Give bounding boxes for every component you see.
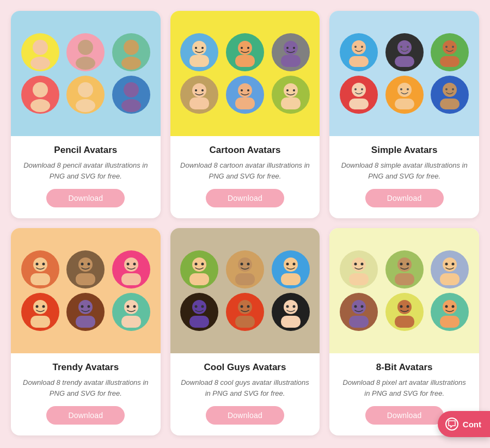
download-button[interactable]: Download — [365, 189, 444, 207]
svg-point-2 — [30, 57, 50, 70]
card-title: Cool Guys Avatars — [204, 362, 286, 373]
svg-point-107 — [133, 305, 136, 308]
svg-rect-150 — [440, 273, 460, 285]
svg-point-92 — [133, 263, 136, 266]
download-button[interactable]: Download — [206, 406, 284, 425]
svg-point-91 — [126, 263, 129, 266]
avatar-cool2 — [224, 250, 266, 289]
card-body-pencil-avatars: Pencil AvatarsDownload 8 pencil avatar i… — [11, 136, 161, 218]
svg-rect-165 — [440, 316, 460, 328]
card-cartoon-avatars: Cartoon AvatarsDownload 8 cartoon avatar… — [170, 11, 320, 218]
avatar-8bit6 — [429, 293, 470, 331]
avatar-grid-8bit-avatars — [338, 250, 470, 331]
svg-point-69 — [397, 83, 412, 97]
svg-point-49 — [352, 40, 366, 54]
card-image-8bit-avatars — [329, 228, 479, 353]
card-description: Download 8 pencil avatar illustrations i… — [21, 160, 151, 181]
avatar-trendy5 — [65, 293, 107, 331]
avatar-simple1 — [338, 33, 379, 71]
svg-point-156 — [354, 305, 357, 308]
avatar-cool6 — [270, 293, 311, 331]
download-button[interactable]: Download — [46, 189, 125, 207]
svg-rect-30 — [281, 55, 301, 67]
avatar-8bit3 — [429, 250, 470, 289]
svg-point-136 — [286, 305, 289, 308]
svg-point-127 — [201, 305, 204, 308]
card-pencil-avatars: Pencil AvatarsDownload 8 pencil avatar i… — [11, 11, 161, 218]
chat-label: Cont — [463, 420, 481, 429]
svg-rect-60 — [440, 56, 460, 67]
svg-point-111 — [195, 263, 198, 266]
svg-point-147 — [406, 263, 409, 266]
svg-point-106 — [126, 305, 129, 308]
svg-point-57 — [407, 46, 409, 48]
card-trendy-avatars: Trendy AvatarsDownload 8 trendy avatar i… — [11, 228, 161, 435]
svg-point-121 — [286, 263, 289, 266]
svg-point-59 — [443, 40, 457, 54]
avatar-simple4 — [338, 76, 379, 114]
avatar-card-grid: Pencil AvatarsDownload 8 pencil avatar i… — [11, 11, 479, 435]
card-title: Cartoon Avatars — [209, 145, 280, 156]
svg-rect-145 — [395, 273, 414, 285]
avatar-simple5 — [384, 76, 425, 114]
download-button[interactable]: Download — [46, 406, 125, 425]
svg-point-97 — [42, 305, 45, 308]
avatar-cartoon5 — [224, 76, 266, 114]
svg-point-152 — [452, 263, 455, 266]
download-button[interactable]: Download — [206, 189, 284, 207]
avatar-simple3 — [429, 33, 470, 71]
avatar-8bit4 — [338, 293, 379, 331]
svg-point-5 — [76, 57, 95, 70]
svg-point-31 — [286, 47, 289, 49]
svg-point-81 — [35, 263, 38, 266]
svg-point-137 — [292, 305, 295, 308]
svg-point-76 — [445, 88, 448, 90]
avatar-trendy6 — [111, 293, 152, 331]
avatar-cool4 — [179, 293, 220, 331]
svg-rect-110 — [189, 273, 209, 285]
svg-point-51 — [354, 46, 357, 48]
svg-point-54 — [397, 40, 412, 54]
svg-point-157 — [361, 305, 364, 308]
svg-rect-125 — [189, 316, 209, 328]
avatar-8bit5 — [384, 293, 425, 331]
svg-rect-85 — [76, 273, 95, 285]
card-description: Download 8 simple avatar illustrations i… — [339, 160, 469, 181]
avatar-grid-pencil-avatars — [20, 33, 152, 114]
svg-rect-95 — [30, 316, 50, 328]
svg-point-46 — [286, 89, 289, 91]
svg-point-8 — [121, 57, 141, 70]
svg-point-52 — [361, 46, 363, 48]
avatar-pencil1 — [20, 33, 61, 71]
svg-point-36 — [195, 89, 197, 91]
svg-point-151 — [445, 263, 448, 266]
card-body-cool-guys-avatars: Cool Guys AvatarsDownload 8 cool guys av… — [170, 353, 320, 435]
svg-rect-45 — [281, 97, 301, 109]
avatar-simple2 — [384, 33, 425, 71]
svg-point-162 — [406, 305, 409, 308]
svg-rect-100 — [76, 316, 95, 328]
avatar-cartoon6 — [270, 76, 311, 114]
svg-rect-105 — [121, 316, 141, 328]
download-button[interactable]: Download — [365, 406, 444, 425]
svg-rect-155 — [349, 316, 369, 328]
svg-point-42 — [247, 89, 249, 91]
card-image-cool-guys-avatars — [170, 228, 320, 353]
card-title: Simple Avatars — [371, 145, 438, 156]
svg-point-14 — [76, 99, 95, 112]
svg-rect-40 — [235, 97, 255, 109]
svg-point-4 — [78, 40, 93, 55]
svg-point-101 — [81, 305, 84, 308]
chat-widget[interactable]: Cont — [438, 411, 490, 437]
svg-point-167 — [452, 305, 455, 308]
svg-point-11 — [30, 99, 50, 112]
card-body-cartoon-avatars: Cartoon AvatarsDownload 8 cartoon avatar… — [170, 136, 320, 218]
svg-point-146 — [400, 263, 402, 266]
avatar-trendy1 — [20, 250, 61, 289]
svg-point-126 — [195, 305, 198, 308]
svg-point-71 — [400, 88, 402, 90]
avatar-8bit2 — [384, 250, 425, 289]
avatar-trendy3 — [111, 250, 152, 289]
avatar-pencil3 — [111, 33, 152, 71]
card-body-simple-avatars: Simple AvatarsDownload 8 simple avatar i… — [329, 136, 479, 218]
